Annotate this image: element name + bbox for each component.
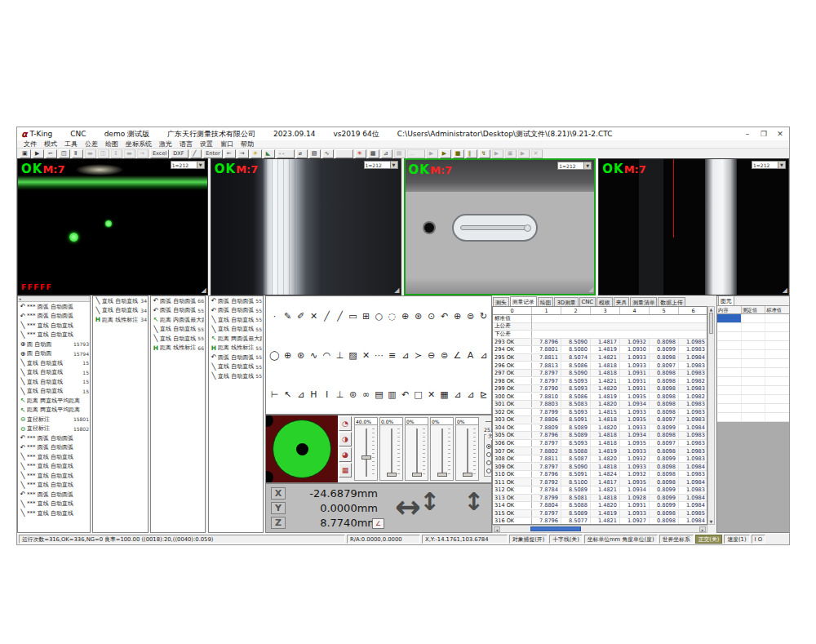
table-row[interactable]: 299 OK7.87908.50931.48201.09310.80981.09… — [493, 385, 707, 393]
mono-radio[interactable] — [486, 444, 491, 449]
tab-4[interactable]: CNC — [579, 297, 596, 306]
toolbar-button-minus[interactable]: - - — [277, 149, 295, 158]
element-row[interactable] — [717, 386, 790, 395]
list-item[interactable]: ⊖直径标注15801 — [18, 415, 90, 424]
list-item[interactable]: ╲*** 直线 自动直线 — [18, 321, 90, 331]
tab-5[interactable]: 模板 — [596, 297, 613, 306]
list-item[interactable]: H距离 线性标注66 — [151, 344, 205, 353]
table-row[interactable]: 312 OK7.87848.50891.48211.09340.80991.09… — [493, 486, 707, 495]
list-item[interactable]: ↶圆弧 自动圆弧55 — [151, 306, 205, 316]
table-row[interactable]: 311 OK7.87928.51001.48171.09350.80981.09… — [493, 478, 707, 486]
panel-scrollbar[interactable]: ◂ — [18, 296, 90, 302]
scroll-thumb[interactable] — [530, 526, 581, 531]
menu-item[interactable]: 帮助 — [241, 140, 254, 149]
tool-icon[interactable]: ⊕ — [451, 309, 463, 322]
camera-combo[interactable]: 1=212▼ — [171, 161, 205, 169]
table-row[interactable]: 307 OK7.88028.50881.48191.09330.80981.09… — [493, 447, 707, 455]
tool-icon[interactable]: ≻ — [412, 349, 424, 362]
tab-7[interactable]: 测量清单 — [630, 297, 657, 306]
list-item[interactable]: ↶*** 圆弧 自动圆弧 — [18, 433, 90, 443]
tool-icon[interactable]: ▦ — [438, 388, 450, 401]
element-row[interactable] — [717, 377, 790, 386]
list-item[interactable]: ╲直线 自动直线15 — [18, 377, 90, 387]
light-mode-button[interactable]: ◑ — [339, 432, 352, 446]
table-row[interactable]: 303 OK7.88068.50911.48181.09350.80971.09… — [493, 416, 707, 424]
list-item[interactable]: ╲直线 自动直线55 — [209, 371, 263, 381]
scroll-thumb[interactable] — [709, 313, 713, 334]
resize-grip-icon[interactable]: ◢ — [202, 287, 206, 294]
toolbar-button-arrow-right[interactable]: → — [237, 149, 249, 158]
tool-icon[interactable]: ▭ — [347, 309, 359, 322]
tool-icon[interactable]: · — [268, 309, 281, 322]
table-row[interactable]: 314 OK7.88048.50881.48201.09310.80991.09… — [493, 502, 707, 510]
tool-icon[interactable]: ⊢ — [268, 388, 281, 401]
scroll-right-icon[interactable]: ▸ — [699, 526, 706, 532]
table-row[interactable]: 293 OK7.87968.50901.48171.09320.80981.09… — [493, 339, 707, 347]
tool-icon[interactable]: H — [308, 388, 320, 401]
list-item[interactable]: ╲直线 自动直线15 — [18, 387, 90, 397]
tool-icon[interactable]: ⊿ — [464, 388, 477, 401]
tab-6[interactable]: 夹具 — [614, 297, 630, 306]
menu-item[interactable]: 公差 — [85, 140, 98, 149]
tool-icon[interactable]: ⊿ — [451, 388, 463, 401]
list-item[interactable]: H距离 线性标注34 — [93, 315, 148, 325]
list-item[interactable]: ↖距离 两圆弧最大距 — [209, 334, 263, 344]
toolbar-button-magnifier[interactable]: ⌀ — [296, 149, 308, 158]
list-item[interactable]: ↶圆弧 自动圆弧55 — [209, 306, 263, 316]
tab-2[interactable]: 绘图 — [538, 297, 554, 306]
menu-item[interactable]: 模式 — [44, 140, 57, 149]
tab-0[interactable]: 测头 — [493, 297, 509, 306]
camera-combo[interactable]: 1=212▼ — [752, 161, 786, 169]
element-row[interactable] — [717, 368, 790, 377]
tool-icon[interactable]: ⊜ — [438, 349, 450, 362]
toolbar-button-image[interactable]: ◣ — [264, 149, 275, 158]
table-row[interactable]: 297 OK7.87978.50901.48181.09310.80981.09… — [493, 370, 707, 378]
camera-combo[interactable]: 1=212▼ — [364, 161, 398, 169]
toolbar-button-stop[interactable]: ■ — [453, 149, 464, 158]
list-item[interactable]: ⊕圆 自动圆15793 — [18, 340, 90, 349]
tool-icon[interactable]: ○ — [373, 309, 385, 322]
element-row[interactable] — [717, 314, 790, 323]
chevron-down-icon[interactable]: ▼ — [197, 162, 204, 168]
angle-tool-button[interactable]: ∠ — [372, 518, 384, 529]
menu-item[interactable]: 激光 — [159, 140, 172, 149]
chevron-down-icon[interactable]: ▼ — [778, 162, 785, 168]
menu-item[interactable]: 工具 — [64, 140, 78, 149]
tool-icon[interactable]: ↶ — [399, 388, 411, 401]
light-mode-button[interactable]: ◕ — [339, 447, 352, 462]
camera-view-3-selected[interactable]: OKM:7 1=212▼ ◢ — [404, 158, 596, 295]
slider-thumb[interactable] — [361, 455, 371, 460]
list-item[interactable]: ╲*** 直线 自动直线 — [18, 509, 90, 518]
table-row[interactable]: 313 OK7.87998.50811.48181.09280.80991.09… — [493, 495, 707, 503]
tolerance-row[interactable]: 下公差 — [493, 331, 707, 339]
tool-icon[interactable]: ⊿ — [477, 349, 490, 362]
slider-thumb[interactable] — [387, 473, 397, 477]
tab-3[interactable]: 3D测量 — [554, 297, 578, 306]
toolbar-button-chart[interactable]: ⊿ — [381, 149, 392, 158]
element-row[interactable] — [717, 413, 790, 422]
tolerance-row[interactable]: 标准值 — [493, 315, 707, 323]
list-item[interactable]: ↶圆弧 自动圆弧55 — [209, 353, 263, 362]
list-item[interactable]: ╲直线 自动直线15 — [18, 358, 90, 368]
table-row[interactable]: 298 OK7.87978.50931.48211.09310.80981.09… — [493, 377, 707, 385]
tool-icon[interactable]: ⊜ — [464, 309, 477, 322]
tool-icon[interactable]: ⊥ — [334, 388, 346, 401]
tool-icon[interactable]: ◠ — [321, 349, 333, 362]
toolbar-button-run[interactable]: ▶ — [440, 149, 451, 158]
tab-1[interactable]: 测量记录 — [510, 296, 537, 306]
table-row[interactable]: 309 OK7.87978.50901.48181.09330.80981.09… — [493, 463, 707, 471]
table-row[interactable]: 302 OK7.87998.50931.48151.09330.80981.09… — [493, 409, 707, 417]
list-item[interactable]: ↶*** 圆弧 自动圆弧 — [18, 490, 90, 500]
resize-grip-icon[interactable]: ◢ — [783, 287, 787, 294]
tool-icon[interactable]: ↻ — [477, 309, 490, 322]
slider-thumb[interactable] — [463, 473, 472, 477]
tab-element[interactable]: 图元 — [718, 295, 734, 305]
toolbar-button-edge[interactable]: Ⅱ — [72, 149, 83, 158]
toolbar-button-matrix[interactable]: ▩ — [368, 149, 379, 158]
camera-view-2[interactable]: OKM:7 1=212▼ ◢ — [211, 158, 401, 295]
list-item[interactable]: ↶圆弧 自动圆弧55 — [209, 296, 263, 306]
tool-icon[interactable]: I — [321, 388, 333, 401]
tool-icon[interactable]: ⋯ — [373, 349, 385, 362]
table-row[interactable]: 305 OK7.87968.50891.48181.09340.80981.09… — [493, 432, 707, 440]
ring-light-preview[interactable] — [266, 415, 338, 482]
